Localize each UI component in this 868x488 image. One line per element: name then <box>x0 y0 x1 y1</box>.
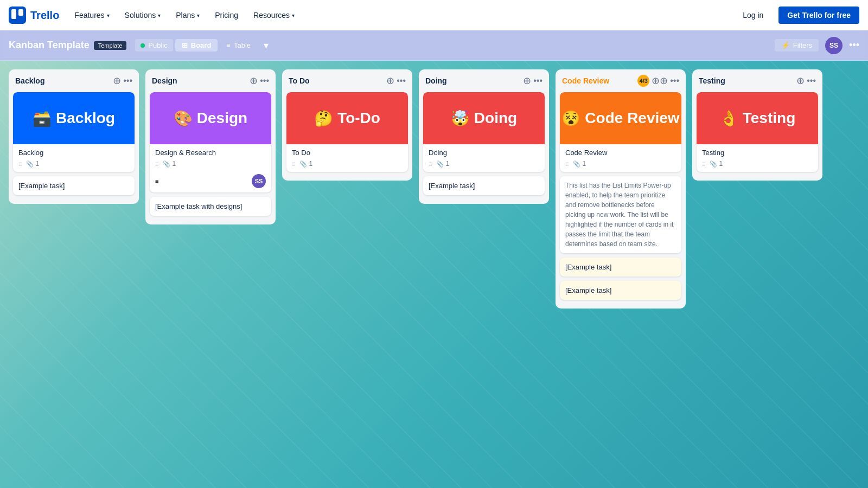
checklist-icon-design: ≡ <box>155 160 158 167</box>
card-meta-testing: ≡ 📎 1 <box>702 160 813 168</box>
list-add-button-doing[interactable]: ⊕ <box>523 75 531 87</box>
card-title-todo: To Do <box>292 149 403 157</box>
design-cover-label: Design <box>197 110 247 127</box>
card-attachment-testing: 📎 1 <box>710 160 723 168</box>
table-view-icon: ≡ <box>226 41 231 49</box>
board-header-left: Kanban Template Template Public ⊞ Board … <box>9 37 273 54</box>
card-example-design[interactable]: [Example task with designs] <box>150 197 271 216</box>
list-doing: Doing ⊕ ••• 🤯 Doing Doing ≡ <box>419 69 549 204</box>
card-example-code-review-1[interactable]: [Example task] <box>560 258 681 277</box>
member-avatar-design[interactable]: SS <box>252 174 266 188</box>
card-attachment-todo: 📎 1 <box>299 160 312 168</box>
board-header: Kanban Template Template Public ⊞ Board … <box>0 30 868 61</box>
list-menu-button-testing[interactable]: ••• <box>807 76 816 86</box>
checklist-icon-testing: ≡ <box>702 160 705 167</box>
list-add-button-todo[interactable]: ⊕ <box>386 75 394 87</box>
backlog-cover-emoji: 🗃️ <box>33 110 52 127</box>
list-header-code-review: Code Review 4/3 ⊕⊕ ••• <box>560 74 681 88</box>
checklist-icon-design-footer: ≡ <box>155 178 158 184</box>
nav-features[interactable]: Features ▾ <box>68 8 116 23</box>
list-add-button-backlog[interactable]: ⊕ <box>113 75 121 87</box>
card-code-review-cover[interactable]: 😵 Code Review Code Review ≡ 📎 1 <box>560 92 681 172</box>
board-view-button[interactable]: ⊞ Board <box>175 39 218 52</box>
trello-logo-icon <box>9 7 26 24</box>
table-view-button[interactable]: ≡ Table <box>220 39 257 52</box>
list-menu-button-todo[interactable]: ••• <box>397 76 406 86</box>
card-testing-cover[interactable]: 👌 Testing Testing ≡ 📎 1 <box>697 92 818 172</box>
nav-pricing[interactable]: Pricing <box>208 8 245 23</box>
card-body-doing: Doing ≡ 📎 1 <box>423 144 545 172</box>
list-header-right-code-review: 4/3 ⊕⊕ ••• <box>637 75 679 87</box>
login-button[interactable]: Log in <box>734 8 772 23</box>
card-attachment-code-review: 📎 1 <box>573 160 586 168</box>
more-options-button[interactable]: ••• <box>849 40 859 51</box>
list-menu-button-doing[interactable]: ••• <box>533 76 542 86</box>
trello-logo[interactable]: Trello <box>9 7 59 24</box>
list-title-testing: Testing <box>699 76 725 85</box>
card-body-todo: To Do ≡ 📎 1 <box>286 144 408 172</box>
navbar: Trello Features ▾ Solutions ▾ Plans ▾ Pr… <box>0 0 868 30</box>
get-trello-button[interactable]: Get Trello for free <box>778 7 859 24</box>
card-example-doing[interactable]: [Example task] <box>423 176 545 195</box>
list-menu-button-design[interactable]: ••• <box>260 76 269 86</box>
card-meta-backlog: ≡ 📎 1 <box>18 160 129 168</box>
user-avatar[interactable]: SS <box>825 37 843 54</box>
card-meta-doing: ≡ 📎 1 <box>429 160 539 168</box>
list-header-design: Design ⊕ ••• <box>150 74 271 88</box>
list-header-doing: Doing ⊕ ••• <box>423 74 545 88</box>
nav-solutions[interactable]: Solutions ▾ <box>118 8 168 23</box>
lists-container: Backlog ⊕ ••• 🗃️ Backlog Backlog ≡ <box>9 69 859 309</box>
list-title-code-review: Code Review <box>562 76 609 85</box>
board-background: Backlog ⊕ ••• 🗃️ Backlog Backlog ≡ <box>0 61 868 488</box>
public-button[interactable]: Public <box>135 39 173 52</box>
card-checklist-todo: ≡ <box>292 160 295 167</box>
features-chevron-icon: ▾ <box>107 12 110 18</box>
list-header-todo: To Do ⊕ ••• <box>286 74 408 88</box>
svg-rect-1 <box>11 9 16 19</box>
card-meta-design: ≡ 📎 1 <box>155 160 266 168</box>
list-add-button-design[interactable]: ⊕ <box>250 75 258 87</box>
card-attachment-doing: 📎 1 <box>436 160 449 168</box>
card-doing-cover[interactable]: 🤯 Doing Doing ≡ 📎 1 <box>423 92 545 172</box>
card-checklist-doing: ≡ <box>429 160 432 167</box>
list-add-button-testing[interactable]: ⊕ <box>796 75 805 87</box>
card-example-backlog[interactable]: [Example task] <box>13 176 135 195</box>
card-meta-code-review: ≡ 📎 1 <box>565 160 676 168</box>
card-title-doing: Doing <box>429 149 539 157</box>
list-add-button-code-review[interactable]: ⊕⊕ <box>652 75 668 87</box>
attachment-icon-testing: 📎 <box>710 160 717 168</box>
card-design-cover[interactable]: 🎨 Design Design & Research ≡ 📎 1 <box>150 92 271 192</box>
card-meta-todo: ≡ 📎 1 <box>292 160 403 168</box>
list-header-right-testing: ⊕ ••• <box>796 75 816 87</box>
solutions-chevron-icon: ▾ <box>158 12 161 18</box>
doing-cover-emoji: 🤯 <box>451 110 470 127</box>
filters-button[interactable]: ⚡ Filters <box>775 39 819 52</box>
doing-cover-label: Doing <box>474 110 517 127</box>
card-backlog-cover[interactable]: 🗃️ Backlog Backlog ≡ 📎 1 <box>13 92 135 172</box>
list-testing: Testing ⊕ ••• 👌 Testing Testing ≡ <box>692 69 822 181</box>
svg-rect-2 <box>18 9 23 16</box>
list-menu-button-code-review[interactable]: ••• <box>670 76 679 86</box>
nav-resources[interactable]: Resources ▾ <box>247 8 301 23</box>
more-views-button[interactable]: ▾ <box>259 37 273 54</box>
attachment-icon-doing: 📎 <box>436 160 444 168</box>
navbar-right: Log in Get Trello for free <box>734 7 859 24</box>
card-todo-cover[interactable]: 🤔 To-Do To Do ≡ 📎 1 <box>286 92 408 172</box>
todo-cover-label: To-Do <box>337 110 380 127</box>
card-cover-todo: 🤔 To-Do <box>286 92 408 144</box>
card-title-testing: Testing <box>702 149 813 157</box>
card-example-code-review-2[interactable]: [Example task] <box>560 281 681 300</box>
card-code-review-desc[interactable]: This list has the List Limits Power-up e… <box>560 176 681 253</box>
card-cover-design: 🎨 Design <box>150 92 271 144</box>
card-body-code-review: Code Review ≡ 📎 1 <box>560 144 681 172</box>
list-design: Design ⊕ ••• 🎨 Design Design & Research … <box>145 69 276 224</box>
card-footer-left-design: ≡ <box>155 178 158 184</box>
attachment-icon-todo: 📎 <box>299 160 307 168</box>
list-header-right-design: ⊕ ••• <box>250 75 269 87</box>
list-menu-button-backlog[interactable]: ••• <box>123 76 132 86</box>
card-attachment-backlog: 📎 1 <box>26 160 39 168</box>
card-cover-backlog: 🗃️ Backlog <box>13 92 135 144</box>
attachment-icon-design: 📎 <box>163 160 170 168</box>
card-body-testing: Testing ≡ 📎 1 <box>697 144 818 172</box>
nav-plans[interactable]: Plans ▾ <box>169 8 206 23</box>
